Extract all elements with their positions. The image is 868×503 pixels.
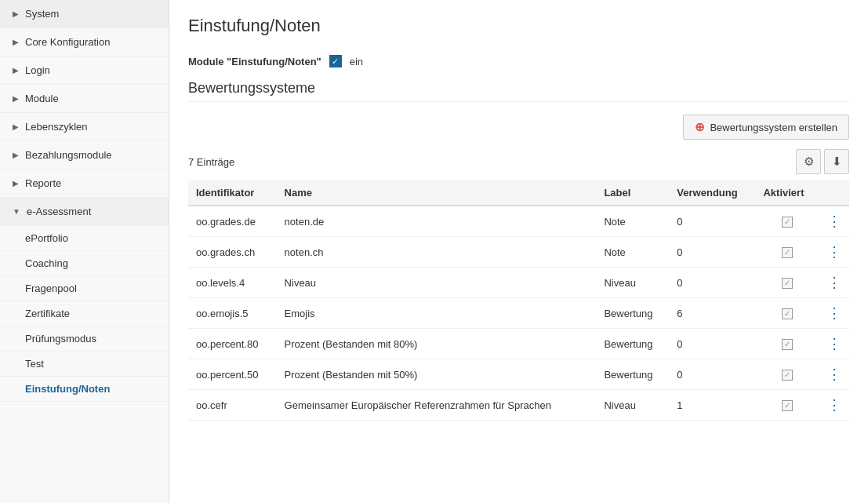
sidebar-sub-item-label: Prüfungsmodus <box>25 333 96 344</box>
cell-label: Niveau <box>596 390 669 421</box>
aktiviert-checkbox[interactable] <box>782 278 793 289</box>
cell-verwendung: 1 <box>669 390 755 421</box>
cell-dots-menu: ⋮ <box>819 298 849 329</box>
module-checkbox[interactable] <box>329 55 342 67</box>
row-context-menu[interactable]: ⋮ <box>827 213 841 229</box>
create-button-label: Bewertungssystem erstellen <box>710 122 837 133</box>
create-button[interactable]: ⊕ Bewertungssystem erstellen <box>683 115 849 140</box>
row-context-menu[interactable]: ⋮ <box>827 305 841 321</box>
cell-dots-menu: ⋮ <box>819 329 849 359</box>
table-row: oo.emojis.5EmojisBewertung6⋮ <box>188 298 849 329</box>
sidebar-item-label: Lebenszyklen <box>25 121 88 133</box>
cell-label: Bewertung <box>596 359 669 390</box>
col-header-1: Name <box>277 180 597 206</box>
cell-verwendung: 0 <box>669 359 755 390</box>
table-row: oo.grades.chnoten.chNote0⋮ <box>188 237 849 268</box>
cell-label: Bewertung <box>596 329 669 359</box>
sidebar-item-label: System <box>25 8 59 20</box>
sidebar-sub-item-einstufung-noten[interactable]: Einstufung/Noten <box>0 377 169 402</box>
chevron-right-icon: ▶ <box>13 151 19 159</box>
sidebar-sub-item-label: Zertifikate <box>25 308 70 319</box>
cell-name: Niveau <box>277 268 597 298</box>
sidebar-item-e-assessment[interactable]: ▼e-Assessment <box>0 198 169 226</box>
toolbar-row: ⊕ Bewertungssystem erstellen <box>188 115 849 140</box>
sidebar-sub-item-zertifikate[interactable]: Zertifikate <box>0 301 169 326</box>
chevron-right-icon: ▶ <box>13 94 19 103</box>
sidebar-sub-item-label: Fragenpool <box>25 282 77 294</box>
col-header-4: Aktiviert <box>755 180 819 206</box>
sidebar-item-label: Bezahlungsmodule <box>25 149 112 161</box>
sidebar-item-label: Module <box>25 93 59 104</box>
settings-icon-button[interactable]: ⚙ <box>796 149 821 174</box>
aktiviert-checkbox[interactable] <box>782 400 793 411</box>
cell-aktiviert <box>755 206 819 237</box>
data-table: IdentifikatorNameLabelVerwendungAktivier… <box>188 180 849 421</box>
cell-aktiviert <box>755 298 819 329</box>
sidebar-sub-item-test[interactable]: Test <box>0 352 169 377</box>
sidebar-sub-item-label: ePortfolio <box>25 232 68 244</box>
col-header-0: Identifikator <box>188 180 277 206</box>
module-status: ein <box>350 56 363 67</box>
table-body: oo.grades.denoten.deNote0⋮oo.grades.chno… <box>188 206 849 421</box>
sidebar-item-label: Login <box>25 64 50 76</box>
cell-aktiviert <box>755 268 819 298</box>
chevron-right-icon: ▶ <box>13 122 19 131</box>
cell-identifier: oo.grades.ch <box>188 237 277 268</box>
sidebar-item-bezahlungsmodule[interactable]: ▶Bezahlungsmodule <box>0 141 169 169</box>
cell-verwendung: 0 <box>669 206 755 237</box>
cell-identifier: oo.grades.de <box>188 206 277 237</box>
aktiviert-checkbox[interactable] <box>782 308 793 319</box>
cell-name: Gemeinsamer Europäischer Referenzrahmen … <box>277 390 597 421</box>
cell-dots-menu: ⋮ <box>819 206 849 237</box>
sidebar-item-system[interactable]: ▶System <box>0 0 169 28</box>
row-context-menu[interactable]: ⋮ <box>827 397 841 413</box>
cell-aktiviert <box>755 329 819 359</box>
cell-aktiviert <box>755 237 819 268</box>
cell-verwendung: 0 <box>669 268 755 298</box>
cell-dots-menu: ⋮ <box>819 390 849 421</box>
chevron-down-icon: ▼ <box>13 207 20 216</box>
chevron-right-icon: ▶ <box>13 179 19 188</box>
sidebar-sub-item-fragenpool[interactable]: Fragenpool <box>0 276 169 301</box>
cell-dots-menu: ⋮ <box>819 268 849 298</box>
aktiviert-checkbox[interactable] <box>782 217 793 228</box>
sidebar-sub-item-label: Coaching <box>25 257 68 269</box>
table-header-row: IdentifikatorNameLabelVerwendungAktivier… <box>188 180 849 206</box>
sidebar-item-module[interactable]: ▶Module <box>0 85 169 113</box>
sidebar-item-reporte[interactable]: ▶Reporte <box>0 169 169 198</box>
cell-verwendung: 0 <box>669 237 755 268</box>
sidebar-sub-item-coaching[interactable]: Coaching <box>0 251 169 276</box>
main-content: Einstufung/Noten Module "Einstufung/Note… <box>169 0 868 503</box>
aktiviert-checkbox[interactable] <box>782 339 793 350</box>
sidebar-item-core-konfiguration[interactable]: ▶Core Konfiguration <box>0 28 169 56</box>
row-context-menu[interactable]: ⋮ <box>827 244 841 260</box>
sidebar-sub-item-label: Einstufung/Noten <box>25 383 110 395</box>
cell-verwendung: 6 <box>669 298 755 329</box>
plus-icon: ⊕ <box>695 120 705 134</box>
cell-identifier: oo.percent.80 <box>188 329 277 359</box>
sidebar-item-lebenszyklen[interactable]: ▶Lebenszyklen <box>0 113 169 141</box>
cell-aktiviert <box>755 390 819 421</box>
sidebar-sub-item-eportfolio[interactable]: ePortfolio <box>0 226 169 251</box>
cell-label: Note <box>596 206 669 237</box>
aktiviert-checkbox[interactable] <box>782 370 793 381</box>
row-context-menu[interactable]: ⋮ <box>827 336 841 352</box>
sidebar-item-label: e-Assessment <box>27 206 91 217</box>
download-icon-button[interactable]: ⬇ <box>824 149 849 174</box>
cell-name: Prozent (Bestanden mit 80%) <box>277 329 597 359</box>
aktiviert-checkbox[interactable] <box>782 247 793 258</box>
sidebar-item-login[interactable]: ▶Login <box>0 56 169 85</box>
action-icons: ⚙ ⬇ <box>796 149 849 174</box>
table-row: oo.cefrGemeinsamer Europäischer Referenz… <box>188 390 849 421</box>
col-header-5 <box>819 180 849 206</box>
row-context-menu[interactable]: ⋮ <box>827 366 841 382</box>
module-toggle-row: Module "Einstufung/Noten" ein <box>188 55 849 67</box>
cell-identifier: oo.cefr <box>188 390 277 421</box>
sidebar-sub-item-pruefungsmodus[interactable]: Prüfungsmodus <box>0 326 169 352</box>
cell-verwendung: 0 <box>669 329 755 359</box>
sidebar-item-label: Reporte <box>25 177 61 189</box>
cell-name: noten.de <box>277 206 597 237</box>
row-context-menu[interactable]: ⋮ <box>827 275 841 290</box>
sidebar: ▶System▶Core Konfiguration▶Login▶Module▶… <box>0 0 169 503</box>
cell-name: noten.ch <box>277 237 597 268</box>
